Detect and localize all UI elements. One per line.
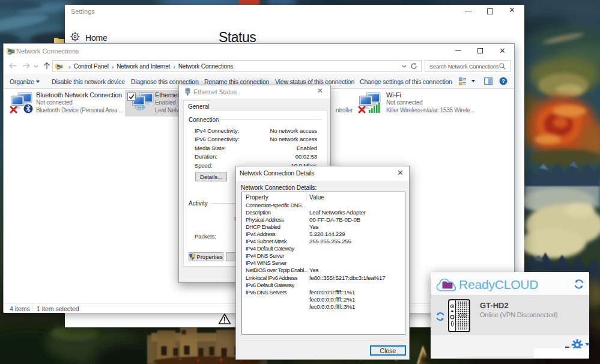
help-icon[interactable]: ? (499, 77, 508, 85)
nc-minimize-button[interactable] (455, 50, 461, 51)
details-button[interactable]: Details... (195, 172, 227, 181)
network-connections-window-icon (7, 47, 15, 55)
connection-name: Ethernet (155, 91, 179, 99)
ncd-close-icon[interactable]: ✕ (397, 168, 404, 177)
breadcrumb-separator: › (109, 63, 117, 70)
es-titlebar[interactable]: Ethernet Status ✕ (179, 85, 330, 99)
connection-status: Not connected (36, 99, 73, 106)
toolbar-changesettings-button[interactable]: Change settings of this connection (360, 78, 452, 85)
organize-dropdown-icon (36, 80, 40, 83)
up-icon[interactable] (43, 62, 51, 70)
ncd-row-property: IPv6 Default Gateway (246, 282, 308, 288)
ncd-row-value: 255.255.255.255 (309, 238, 351, 244)
readycloud-header: ReadyCLOUD (431, 272, 589, 296)
group-line (216, 120, 321, 120)
ncd-row-property: Connection-specific DNS S... (246, 202, 308, 208)
es-row-label: Speed: (195, 162, 213, 169)
ncd-row-value: fec0:0:0:0:ffff::1%1 (309, 289, 355, 296)
status-separator (77, 305, 77, 312)
nc-close-button[interactable]: ✕ (499, 46, 506, 55)
nc-window-title: Network Connections (16, 47, 79, 55)
warning-triangle-icon (218, 313, 231, 325)
selected-checkbox[interactable] (127, 93, 136, 101)
address-dropdown-icon[interactable] (402, 65, 407, 68)
breadcrumb: ›Control Panel›Network and Internet›Netw… (65, 63, 233, 70)
ncd-row-property: NetBIOS over Tcpip Enabl... (246, 267, 308, 273)
es-dialog-title: Ethernet Status (193, 88, 237, 96)
es-row-value: 00:02:53 (295, 153, 317, 160)
toolbar-disable-button[interactable]: Disable this network device (52, 78, 125, 85)
disconnected-x-icon (358, 106, 366, 114)
ncd-row-value: Yes (309, 267, 318, 273)
ncd-listview[interactable]: Property Value Connection-specific DNS S… (241, 192, 405, 335)
status-items-count: 4 items (10, 305, 30, 312)
nc-maximize-button[interactable] (477, 48, 483, 53)
breadcrumb-item[interactable]: Network and Internet (117, 63, 170, 70)
nas-device-image (448, 299, 470, 332)
properties-button[interactable]: Properties (189, 252, 223, 261)
close-button[interactable]: Close (370, 345, 406, 356)
connection-status: Enabled (155, 99, 176, 106)
ncd-row-property: Physical Address (246, 216, 308, 223)
column-divider[interactable] (306, 193, 307, 201)
address-location-icon (55, 63, 64, 70)
settings-close-button[interactable]: ✕ (509, 5, 515, 14)
tab-general[interactable]: General (183, 100, 210, 111)
column-header-value[interactable]: Value (309, 194, 324, 201)
ncd-row-property: IPv4 WINS Server (246, 259, 308, 266)
ncd-row-property: Description (246, 209, 308, 216)
back-icon[interactable] (8, 62, 17, 69)
ncd-row-value: Yes (309, 223, 318, 230)
ncd-list-label: Network Connection Details: (241, 184, 317, 192)
readycloud-device-row[interactable]: GT-HD2 Online (VPN Disconnected) (431, 296, 589, 335)
device-sync-icon[interactable] (435, 312, 445, 321)
refresh-icon[interactable] (410, 62, 417, 70)
connection-group-label: Connection (189, 117, 219, 123)
uac-shield-icon (189, 253, 195, 260)
es-close-button[interactable]: ✕ (317, 86, 323, 95)
home-gear-icon[interactable] (70, 32, 80, 41)
connection-device: Bluetooth Device (Personal Area ... (36, 107, 123, 114)
search-box[interactable]: Search Network Connections (425, 60, 511, 72)
svg-text:?: ? (502, 78, 505, 84)
dash-mark (565, 347, 569, 348)
breadcrumb-item[interactable]: Network Connections (178, 63, 233, 70)
bluetooth-badge-icon (23, 104, 33, 114)
address-bar[interactable]: ›Control Panel›Network and Internet›Netw… (52, 60, 422, 72)
preview-pane-icon[interactable] (484, 77, 492, 85)
settings-nav-home[interactable]: Home (85, 33, 108, 43)
ncd-row-value: Leaf Networks Adapter (309, 209, 366, 216)
device-name: GT-HD2 (480, 302, 509, 311)
ncd-row-property: IPv4 Address (246, 231, 308, 237)
es-row-value: No network access (270, 136, 317, 142)
ncd-titlebar[interactable]: Network Connection Details ✕ (236, 166, 409, 181)
readycloud-logo-icon (435, 276, 458, 293)
ncd-row-value: fe80::355f:5217:dbc3:1fea%17 (309, 275, 385, 281)
ncd-row-property: IPv4 Default Gateway (246, 245, 308, 252)
breadcrumb-item[interactable]: Control Panel (74, 63, 109, 70)
es-row-value: No network access (270, 127, 317, 134)
search-icon[interactable] (499, 63, 506, 70)
views-icon[interactable] (459, 77, 467, 85)
status-separator (32, 305, 32, 312)
readycloud-widget: ReadyCLOUD (431, 272, 589, 359)
toolbar-organize-button[interactable]: Organize (10, 78, 40, 85)
refresh-all-icon[interactable] (574, 279, 584, 290)
settings-minimize-button[interactable] (465, 11, 471, 11)
es-row-value: Enabled (297, 145, 317, 151)
ncd-row-property: DHCP Enabled (246, 223, 308, 230)
forward-icon[interactable] (22, 62, 31, 69)
connection-device: Killer Wireless-n/a/ac 1535 Wirele... (386, 107, 474, 114)
nc-titlebar[interactable]: Network Connections ✕ (4, 44, 514, 58)
views-dropdown-icon[interactable] (471, 80, 475, 82)
activity-group-label: Activity (189, 200, 208, 207)
settings-window-title: Settings (71, 8, 95, 16)
gear-dropdown-icon[interactable] (585, 343, 590, 346)
settings-maximize-button[interactable] (487, 8, 493, 14)
ncd-row-property: IPv6 DNS Servers (246, 289, 308, 296)
readycloud-footer (431, 335, 589, 359)
column-header-property[interactable]: Property (246, 194, 268, 201)
es-row-label: Media State: (195, 145, 226, 151)
connection-name: Bluetooth Network Connection (36, 91, 122, 99)
recent-pages-chevron-icon[interactable] (34, 65, 38, 68)
